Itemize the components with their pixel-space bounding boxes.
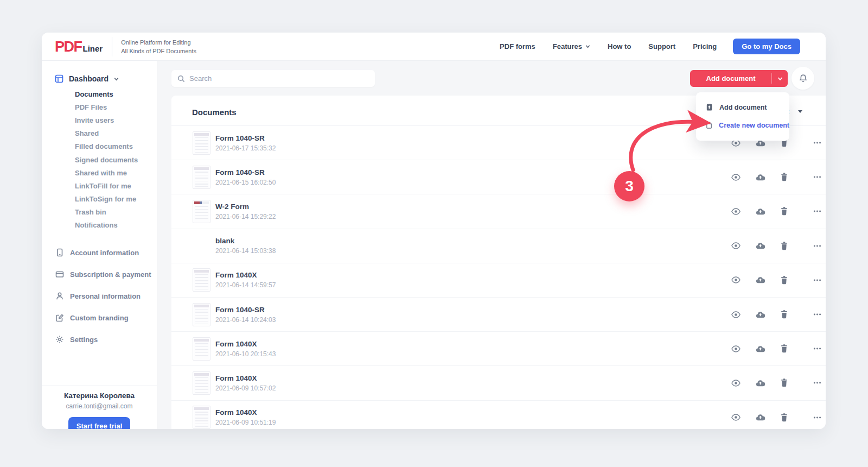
view-button[interactable] <box>729 194 742 228</box>
sidebar-item-pdf-files[interactable]: PDF Files <box>42 100 157 113</box>
nav-features[interactable]: Features <box>553 42 590 51</box>
sidebar-item-notifications[interactable]: Notifications <box>42 219 157 232</box>
download-button[interactable] <box>754 160 767 194</box>
menu-item-create-new-document[interactable]: Create new document <box>696 116 789 134</box>
user-name: Катерина Королева <box>42 392 157 400</box>
more-dots-icon <box>813 209 826 213</box>
document-info: W-2 Form 2021-06-14 15:29:22 <box>215 203 276 220</box>
eye-icon <box>731 310 741 320</box>
search-bar[interactable] <box>171 70 375 87</box>
more-actions-button[interactable] <box>813 332 826 365</box>
top-header: PDF Liner Online Platform for Editing Al… <box>42 33 826 61</box>
view-button[interactable] <box>729 263 742 297</box>
sidebar-sections: Account information Subscription & payme… <box>42 242 157 350</box>
document-row[interactable]: Form 1040X 2021-06-09 10:51:19 <box>171 400 826 430</box>
view-button[interactable] <box>729 229 742 263</box>
notifications-bell-button[interactable] <box>792 67 814 90</box>
nav-how-to[interactable]: How to <box>608 42 631 51</box>
menu-item-label: Add document <box>719 104 767 111</box>
more-actions-button[interactable] <box>813 126 826 160</box>
delete-button[interactable] <box>777 332 790 365</box>
sidebar-item-shared[interactable]: Shared <box>42 127 157 140</box>
document-row[interactable]: W-2 Form 2021-06-14 15:29:22 <box>171 194 826 228</box>
cloud-download-icon <box>755 310 765 320</box>
view-button[interactable] <box>729 298 742 331</box>
sidebar-item-linktosign-for-me[interactable]: LinkToSign for me <box>42 193 157 206</box>
delete-button[interactable] <box>777 160 790 194</box>
edit-icon <box>55 313 64 322</box>
sidebar-item-invite-users[interactable]: Invite users <box>42 113 157 127</box>
download-button[interactable] <box>754 298 767 331</box>
view-button[interactable] <box>729 332 742 365</box>
view-button[interactable] <box>729 160 742 194</box>
sidebar-item-dashboard[interactable]: Dashboard <box>42 73 157 84</box>
more-dots-icon <box>813 141 826 145</box>
document-row[interactable]: Form 1040-SR 2021-06-15 16:02:50 <box>171 160 826 194</box>
nav-support[interactable]: Support <box>648 42 675 51</box>
more-actions-button[interactable] <box>813 366 826 400</box>
sidebar-item-account-information[interactable]: Account information <box>42 242 157 263</box>
delete-button[interactable] <box>777 401 790 430</box>
document-timestamp: 2021-06-14 10:24:03 <box>215 316 276 324</box>
download-button[interactable] <box>754 229 767 263</box>
download-button[interactable] <box>754 194 767 228</box>
nav-pricing[interactable]: Pricing <box>693 42 717 51</box>
sidebar-divider <box>42 386 157 386</box>
download-button[interactable] <box>754 263 767 297</box>
cloud-download-icon <box>755 206 765 217</box>
sidebar-item-trash-bin[interactable]: Trash bin <box>42 206 157 219</box>
sidebar-item-signed-documents[interactable]: Signed documents <box>42 153 157 166</box>
delete-button[interactable] <box>777 366 790 400</box>
document-info: Form 1040-SR 2021-06-14 10:24:03 <box>215 306 276 324</box>
document-thumbnail <box>193 337 210 361</box>
sidebar-item-subscription-payment[interactable]: Subscription & payment <box>42 263 157 285</box>
more-actions-button[interactable] <box>813 263 826 297</box>
delete-button[interactable] <box>777 263 790 297</box>
sidebar-item-settings[interactable]: Settings <box>42 329 157 350</box>
document-row[interactable]: Form 1040-SR 2021-06-14 10:24:03 <box>171 297 826 331</box>
trash-icon <box>780 206 789 216</box>
more-dots-icon <box>813 346 826 351</box>
download-button[interactable] <box>754 366 767 400</box>
more-actions-button[interactable] <box>813 229 826 263</box>
document-row[interactable]: blank 2021-06-14 15:03:38 <box>171 229 826 263</box>
sidebar-item-personal-information[interactable]: Personal information <box>42 285 157 307</box>
document-info: Form 1040-SR 2021-06-17 15:35:32 <box>215 134 276 152</box>
sidebar-item-filled-documents[interactable]: Filled documents <box>42 140 157 153</box>
document-info: Form 1040-SR 2021-06-15 16:02:50 <box>215 168 276 186</box>
document-row[interactable]: Form 1040X 2021-06-14 14:59:57 <box>171 263 826 297</box>
view-button[interactable] <box>729 366 742 400</box>
document-row[interactable]: Form 1040X 2021-06-10 20:15:43 <box>171 331 826 365</box>
menu-item-add-document[interactable]: Add document <box>696 98 789 116</box>
add-document-button[interactable]: Add document <box>690 70 788 87</box>
chevron-down-icon <box>777 76 783 81</box>
trash-icon <box>780 344 789 354</box>
view-button[interactable] <box>729 401 742 430</box>
more-dots-icon <box>813 175 826 179</box>
add-document-dropdown-toggle[interactable] <box>772 70 788 87</box>
search-input[interactable] <box>189 74 369 83</box>
go-to-my-docs-button[interactable]: Go to my Docs <box>733 39 800 54</box>
delete-button[interactable] <box>777 298 790 331</box>
nav-pdf-forms[interactable]: PDF forms <box>500 42 535 51</box>
document-row[interactable]: Form 1040X 2021-06-09 10:57:02 <box>171 365 826 400</box>
document-title: blank <box>215 237 276 245</box>
logo[interactable]: PDF Liner <box>55 40 103 54</box>
download-button[interactable] <box>754 401 767 430</box>
delete-button[interactable] <box>777 229 790 263</box>
more-actions-button[interactable] <box>813 160 826 194</box>
delete-button[interactable] <box>777 194 790 228</box>
more-actions-button[interactable] <box>813 298 826 331</box>
trash-icon <box>780 172 789 182</box>
sidebar-item-linktofill-for-me[interactable]: LinkToFill for me <box>42 179 157 192</box>
sidebar-item-shared-with-me[interactable]: Shared with me <box>42 166 157 179</box>
download-button[interactable] <box>754 332 767 365</box>
sidebar-item-documents[interactable]: Documents <box>42 87 157 100</box>
tagline-line1: Online Platform for Editing <box>121 38 196 47</box>
sidebar-item-custom-branding[interactable]: Custom branding <box>42 307 157 329</box>
document-timestamp: 2021-06-17 15:35:32 <box>215 144 276 152</box>
user-block: Катерина Королева carrie.tonti@gmail.com… <box>42 390 157 429</box>
more-actions-button[interactable] <box>813 194 826 228</box>
more-actions-button[interactable] <box>813 401 826 430</box>
start-free-trial-button[interactable]: Start free trial <box>68 417 131 429</box>
